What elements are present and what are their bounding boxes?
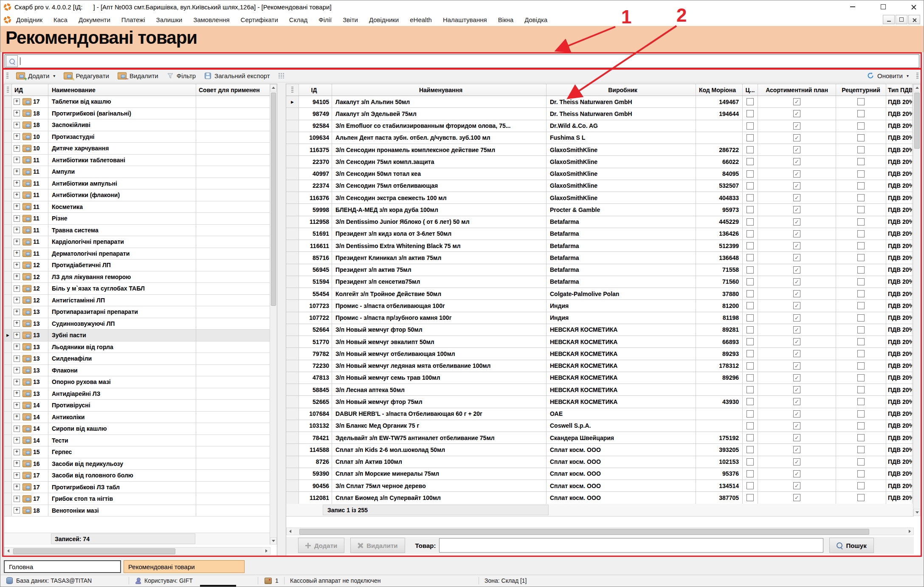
scroll-left-icon[interactable] [287, 528, 294, 535]
grid-row[interactable]: 116376З/п Сенсодин экстра свежесть 100 м… [286, 192, 921, 204]
grid-row[interactable]: 58845З/п Лесная аптека 50млНЕВСКАЯ КОСМЕ… [286, 384, 921, 396]
checkbox[interactable] [857, 158, 865, 165]
delete-button[interactable]: − Видалити [113, 70, 163, 81]
checkbox[interactable] [747, 470, 754, 477]
checkbox[interactable] [747, 134, 754, 141]
tree-row[interactable]: +18Заспокійливі [4, 119, 277, 131]
tree-row[interactable]: +13Флакони [4, 365, 277, 377]
expand-icon[interactable]: + [14, 460, 20, 467]
menu-item[interactable]: Довідник [16, 16, 42, 23]
checkbox[interactable] [747, 170, 754, 178]
checkbox[interactable] [793, 410, 800, 418]
menu-item[interactable]: Вікна [498, 16, 514, 23]
search-button-small[interactable] [6, 55, 18, 67]
tab-home[interactable]: Головна [4, 560, 121, 573]
checkbox[interactable] [747, 146, 754, 153]
expand-icon[interactable]: + [14, 192, 20, 198]
expand-icon[interactable]: + [14, 402, 20, 409]
tree-column-name[interactable]: Наименование [48, 84, 196, 96]
tree-row[interactable]: +17Протигрибкові ЛЗ табл [4, 482, 277, 494]
expand-icon[interactable]: + [14, 122, 20, 128]
tree-row[interactable]: +12Протидіабетичні ЛП [4, 260, 277, 271]
checkbox[interactable] [793, 338, 800, 345]
checkbox[interactable] [747, 410, 754, 418]
grid-add-button[interactable]: Додати [298, 538, 344, 553]
grid-row[interactable]: 47813З/п Новый жемчуг семь трав 100млНЕВ… [286, 372, 921, 384]
expand-icon[interactable]: + [14, 320, 20, 327]
checkbox[interactable] [857, 230, 865, 237]
grid-row[interactable]: 72230З/п Новый жемчуг ледяная мята отбел… [286, 360, 921, 372]
expand-icon[interactable]: + [14, 239, 20, 245]
checkbox[interactable] [747, 242, 754, 249]
refresh-button[interactable]: Оновити ▾ [862, 70, 913, 81]
checkbox[interactable] [857, 482, 865, 489]
expand-icon[interactable]: + [14, 250, 20, 257]
tree-row[interactable]: +14Противірусні [4, 400, 277, 412]
checkbox[interactable] [747, 122, 754, 130]
tree-row[interactable]: +11Різне [4, 213, 277, 225]
checkbox[interactable] [747, 446, 754, 453]
checkbox[interactable] [857, 182, 865, 189]
checkbox[interactable] [747, 206, 754, 213]
checkbox[interactable] [747, 326, 754, 333]
checkbox[interactable] [857, 350, 865, 357]
checkbox[interactable] [857, 386, 865, 393]
checkbox[interactable] [793, 266, 800, 274]
checkbox[interactable] [793, 362, 800, 370]
tree-row[interactable]: +18Венотоніки мазі [4, 505, 277, 517]
checkbox[interactable] [793, 134, 800, 141]
checkbox[interactable] [747, 110, 754, 117]
checkbox[interactable] [747, 350, 754, 357]
expand-icon[interactable]: + [14, 356, 20, 362]
grid-row[interactable]: 112081Сплат Биомед з/п Супервайт 100млСп… [286, 492, 921, 504]
expand-icon[interactable]: + [14, 227, 20, 233]
checkbox[interactable] [793, 110, 800, 117]
tree-row[interactable]: +13Судиннозвужуючі ЛП [4, 318, 277, 330]
checkbox[interactable] [747, 422, 754, 429]
expand-icon[interactable]: + [14, 437, 20, 443]
tree-row[interactable]: +11Антибіотики ампульні [4, 178, 277, 190]
checkbox[interactable] [793, 494, 800, 501]
grid-row[interactable]: 51594Президент з/п сенсетив75млBetafarma… [286, 276, 921, 288]
expand-icon[interactable]: + [14, 344, 20, 350]
grid-column-recipe[interactable]: Рецептурний [836, 84, 886, 96]
tree-row[interactable]: +15Герпес [4, 446, 277, 458]
quick-search-box[interactable] [5, 54, 919, 68]
checkbox[interactable] [747, 290, 754, 297]
checkbox[interactable] [793, 386, 800, 393]
checkbox[interactable] [747, 98, 754, 105]
grid-row[interactable]: 51770З/п Новый жемчуг эвкалипт 50млНЕВСК… [286, 336, 921, 348]
tree-row[interactable]: +11Кардіологічні препарати [4, 236, 277, 248]
checkbox[interactable] [857, 110, 865, 117]
tree-vertical-scrollbar[interactable] [270, 84, 277, 545]
grid-row[interactable]: 116611З/п Dentissimo Extra Whitening Bla… [286, 240, 921, 252]
tree-horizontal-scrollbar[interactable] [4, 547, 270, 555]
tree-row[interactable]: +11Травна система [4, 225, 277, 237]
tree-row[interactable]: +14Сиропи від кашлю [4, 423, 277, 435]
grid-row[interactable]: 103132З/п Бланкс Мед Органик 75 гCoswell… [286, 420, 921, 432]
checkbox[interactable] [857, 410, 865, 418]
checkbox[interactable] [793, 470, 800, 477]
menu-item[interactable]: eHealth [410, 16, 432, 23]
export-button[interactable]: Загальний експорт [200, 70, 274, 81]
tree-row[interactable]: +14Антиколіки [4, 412, 277, 423]
checkbox[interactable] [793, 218, 800, 226]
expand-icon[interactable]: + [14, 285, 20, 292]
menu-item[interactable]: Налаштування [443, 16, 487, 23]
grid-header-grip[interactable] [286, 84, 299, 96]
scroll-up-icon[interactable] [270, 84, 277, 91]
expand-icon[interactable]: + [14, 390, 20, 397]
checkbox[interactable] [793, 278, 800, 285]
mdi-close-button[interactable] [908, 15, 920, 24]
mdi-minimize-button[interactable] [883, 15, 895, 24]
checkbox[interactable] [747, 158, 754, 165]
checkbox[interactable] [747, 314, 754, 322]
checkbox[interactable] [857, 146, 865, 153]
tree-row[interactable]: +17Засоби від головного болю [4, 470, 277, 482]
checkbox[interactable] [857, 434, 865, 441]
grid-column-id[interactable]: ІД [299, 84, 332, 96]
menu-item[interactable]: Сертифікати [241, 16, 278, 23]
grid-row[interactable]: 55454Колгейт з/п Тройное Действие 50млCo… [286, 288, 921, 300]
grid-row[interactable]: 116375З/п Сенсодин пронамель комплексное… [286, 144, 921, 156]
grid-row[interactable]: 40997З/п Сенсодин 50мл тотал кеаGlaxoSmi… [286, 168, 921, 180]
